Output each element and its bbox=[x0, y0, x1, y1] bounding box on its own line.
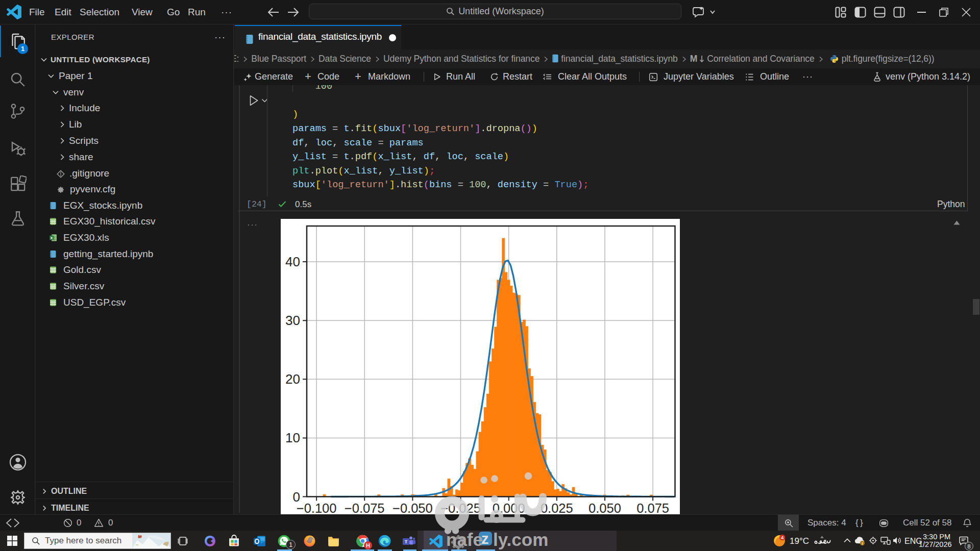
svg-text:−0.100: −0.100 bbox=[297, 501, 337, 514]
svg-text:40: 40 bbox=[285, 254, 300, 269]
svg-text:−0.075: −0.075 bbox=[345, 501, 385, 514]
svg-text:30: 30 bbox=[285, 313, 300, 328]
svg-text:T: T bbox=[405, 539, 408, 544]
svg-text:0.050: 0.050 bbox=[589, 501, 621, 514]
svg-text:−0.050: −0.050 bbox=[393, 501, 433, 514]
svg-text:4: 4 bbox=[781, 535, 784, 540]
svg-text:0.025: 0.025 bbox=[541, 501, 573, 514]
svg-text:−0.025: −0.025 bbox=[440, 501, 481, 514]
svg-text:0.000: 0.000 bbox=[493, 501, 525, 514]
svg-text:20: 20 bbox=[285, 371, 300, 387]
svg-text:10: 10 bbox=[285, 430, 300, 445]
svg-text:0.075: 0.075 bbox=[636, 501, 669, 514]
svg-text:!: ! bbox=[862, 541, 863, 546]
svg-text:X: X bbox=[50, 236, 53, 240]
